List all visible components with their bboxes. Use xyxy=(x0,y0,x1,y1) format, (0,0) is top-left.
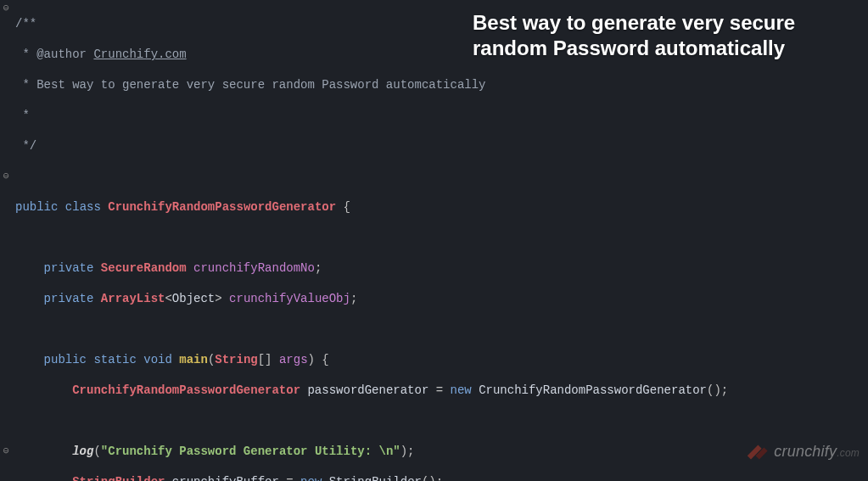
fold-marker[interactable]: ⊖ xyxy=(0,169,12,184)
kw-private: private xyxy=(44,292,94,305)
var-crunchifyBuffer: crunchifyBuffer xyxy=(172,475,279,481)
code-editor[interactable]: /** * @author Crunchify.com * Best way t… xyxy=(15,0,868,481)
param-args: args xyxy=(279,353,308,366)
fold-marker[interactable]: ⊖ xyxy=(0,444,12,459)
type-string: String xyxy=(215,353,257,366)
crunchify-logo-icon xyxy=(745,444,769,461)
javadoc-desc: * Best way to generate very secure rando… xyxy=(15,78,486,92)
field-crunchifyRandomNo: crunchifyRandomNo xyxy=(193,261,315,275)
type-arraylist: ArrayList xyxy=(101,292,165,305)
fold-marker[interactable]: ⊖ xyxy=(0,1,12,16)
javadoc-open: /** xyxy=(15,17,36,31)
type-object: Object xyxy=(172,292,215,305)
logo-suffix: .com xyxy=(837,447,860,459)
javadoc-author-link[interactable]: Crunchify.com xyxy=(93,48,186,61)
var-passwordGenerator: passwordGenerator xyxy=(307,383,428,397)
kw-class: class xyxy=(65,200,101,214)
type-classname: CrunchifyRandomPasswordGenerator xyxy=(72,383,300,397)
crunchify-logo: crunchify.com xyxy=(745,443,860,461)
kw-new: new xyxy=(451,383,472,397)
ctor-stringbuilder: StringBuilder xyxy=(329,475,422,481)
kw-void: void xyxy=(143,353,172,366)
javadoc-author-label: * @author xyxy=(15,48,93,61)
ctor-classname: CrunchifyRandomPasswordGenerator xyxy=(479,383,707,397)
kw-public: public xyxy=(15,200,58,214)
kw-private: private xyxy=(44,261,94,275)
string-utility: "Crunchify Password Generator Utility: \… xyxy=(101,445,400,458)
kw-static: static xyxy=(93,353,136,366)
logo-text: crunchify xyxy=(774,443,837,460)
class-name: CrunchifyRandomPasswordGenerator xyxy=(108,200,336,214)
field-crunchifyValueObj: crunchifyValueObj xyxy=(229,292,350,305)
call-log: log xyxy=(72,445,93,458)
method-main: main xyxy=(179,353,208,366)
type-securerandom: SecureRandom xyxy=(101,261,187,275)
type-stringbuilder: StringBuilder xyxy=(72,475,165,481)
overlay-title: Best way to generate very secure random … xyxy=(473,10,863,61)
javadoc-blank: * xyxy=(15,109,30,122)
javadoc-close: */ xyxy=(15,139,36,153)
editor-gutter: ⊖ ⊖ ⊖ xyxy=(0,0,12,481)
kw-new: new xyxy=(300,475,322,481)
kw-public: public xyxy=(44,353,87,366)
